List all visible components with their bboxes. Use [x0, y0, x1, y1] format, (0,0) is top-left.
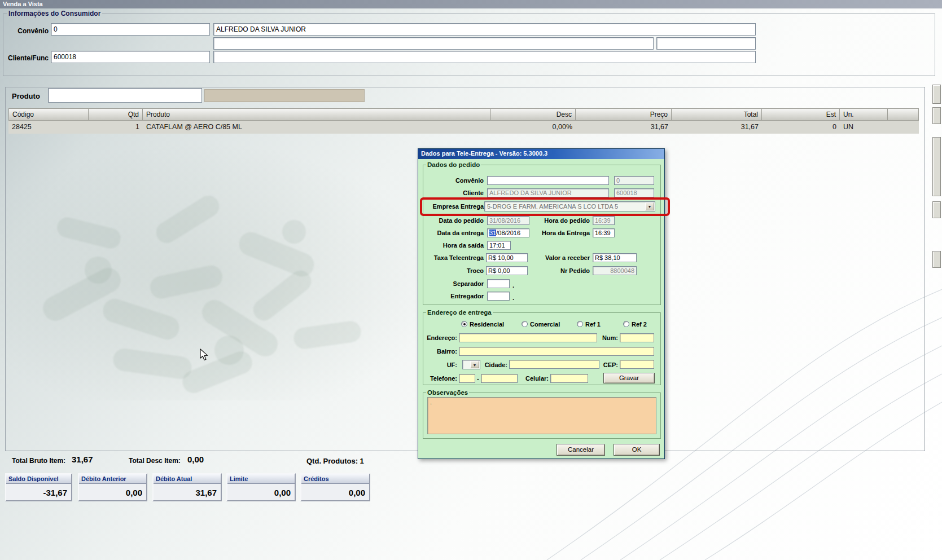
- dlg-data-entrega-input[interactable]: 31/08/2016: [487, 228, 529, 237]
- cell-produto: CATAFLAM @ AERO C/85 ML: [143, 121, 491, 134]
- num-input[interactable]: [620, 333, 654, 342]
- panel-debito-atual-value: 31,67: [154, 484, 221, 497]
- dlg-valor-input[interactable]: R$ 38,10: [593, 253, 637, 262]
- panel-creditos-value: 0,00: [301, 484, 369, 497]
- side-toolbar-button[interactable]: [932, 201, 941, 218]
- dlg-cliente-code: 600018: [614, 188, 654, 197]
- cancel-button[interactable]: Cancelar: [557, 444, 605, 456]
- dlg-data-pedido-label: Data do pedido: [422, 217, 484, 224]
- side-toolbar-button[interactable]: [932, 251, 941, 268]
- dlg-troco-input[interactable]: R$ 0,00: [486, 266, 528, 275]
- telefone-ddd-input[interactable]: [459, 374, 475, 383]
- dlg-data-entrega-label: Data da entrega: [422, 230, 484, 236]
- radio-ref2[interactable]: [623, 321, 629, 327]
- bairro-label: Bairro:: [422, 348, 457, 355]
- table-row[interactable]: 28425 1 CATAFLAM @ AERO C/85 ML 0,00% 31…: [8, 121, 919, 134]
- dlg-hora-entrega-label: Hora da Entrega: [534, 230, 590, 236]
- dlg-nr-pedido-input: 8800048: [593, 266, 637, 275]
- consumer-extra-field-2[interactable]: [656, 37, 756, 50]
- panel-debito-anterior-label: Débito Anterior: [79, 474, 146, 484]
- window-title: Venda a Vista: [3, 1, 43, 7]
- empresa-entrega-dropdown[interactable]: 5-DROG E FARM. AMERICANA S LCO LTDA 5 ▼: [484, 201, 655, 211]
- panel-limite: Limite 0,00: [226, 473, 296, 501]
- radio-residencial[interactable]: [461, 321, 467, 327]
- cell-desc: 0,00%: [491, 121, 576, 134]
- telefone-input[interactable]: [481, 374, 518, 383]
- side-toolbar-button[interactable]: [932, 85, 941, 104]
- uf-chevron-down-icon[interactable]: ▼: [470, 361, 479, 368]
- dlg-hora-entrega-input[interactable]: 16:39: [593, 228, 615, 237]
- side-toolbar-button[interactable]: [932, 107, 941, 124]
- panel-limite-value: 0,00: [227, 484, 295, 497]
- radio-ref2-label: Ref 2: [632, 321, 647, 328]
- convenio-label: Convênio: [5, 27, 49, 35]
- dlg-taxa-input[interactable]: R$ 10,00: [486, 253, 528, 262]
- dlg-cliente-name: ALFREDO DA SILVA JUNIOR: [487, 188, 609, 197]
- total-desc-value: 0,00: [187, 455, 204, 464]
- cell-est: 0: [762, 121, 840, 134]
- cidade-input[interactable]: [509, 360, 599, 369]
- tele-entrega-dialog: Dados para Tele-Entrega - Versão: 5.3000…: [418, 148, 665, 459]
- convenio-input[interactable]: 0: [51, 23, 210, 36]
- ok-button[interactable]: OK: [614, 444, 660, 456]
- dlg-valor-label: Valor a receber: [534, 254, 590, 261]
- customer-name-field[interactable]: ALFREDO DA SILVA JUNIOR: [213, 23, 756, 36]
- col-header-codigo: Código: [8, 108, 89, 121]
- dlg-separador-input[interactable]: [487, 279, 510, 288]
- dlg-separador-label: Separador: [422, 280, 484, 287]
- col-header-extra: [888, 108, 919, 121]
- cell-codigo: 28425: [8, 121, 89, 134]
- dlg-cliente-label: Cliente: [422, 189, 484, 196]
- total-bruto-value: 31,67: [72, 455, 93, 464]
- radio-comercial-label: Comercial: [530, 321, 560, 328]
- panel-creditos-label: Créditos: [301, 474, 369, 484]
- celular-input[interactable]: [550, 374, 588, 383]
- observations-textarea[interactable]: .: [427, 397, 656, 434]
- panel-creditos: Créditos 0,00: [300, 473, 370, 501]
- side-toolbar-button[interactable]: [932, 137, 941, 196]
- radio-residencial-label: Residencial: [470, 321, 504, 328]
- radio-comercial[interactable]: [522, 321, 528, 327]
- cliente-func-input[interactable]: 600018: [51, 51, 210, 63]
- dlg-convenio-label: Convênio: [422, 177, 484, 184]
- gravar-button[interactable]: Gravar: [603, 373, 655, 383]
- cell-preco: 31,67: [576, 121, 672, 134]
- date-selected-text: 31: [489, 230, 496, 236]
- dlg-convenio-input[interactable]: [487, 176, 609, 185]
- panel-limite-label: Limite: [227, 474, 295, 484]
- order-data-legend: Dados do pedido: [426, 161, 481, 168]
- product-search-input[interactable]: [48, 88, 202, 103]
- cell-total: 31,67: [672, 121, 762, 134]
- total-bruto-label: Total Bruto Item:: [12, 457, 65, 465]
- dlg-entregador-label: Entregador: [422, 293, 484, 299]
- entregador-dot: .: [512, 294, 514, 301]
- panel-debito-atual-label: Débito Atual: [154, 474, 221, 484]
- dlg-entregador-input[interactable]: [487, 292, 510, 301]
- panel-debito-atual: Débito Atual 31,67: [152, 473, 222, 501]
- cliente-func-name-field[interactable]: [213, 51, 756, 63]
- radio-ref1-label: Ref 1: [585, 321, 601, 328]
- cep-input[interactable]: [620, 360, 654, 369]
- window-titlebar: Venda a Vista: [0, 0, 942, 8]
- col-header-total: Total: [672, 108, 762, 121]
- panel-saldo-value: -31,67: [6, 484, 71, 497]
- dialog-titlebar[interactable]: Dados para Tele-Entrega - Versão: 5.3000…: [418, 149, 664, 159]
- dlg-hora-saida-input[interactable]: 17:01: [487, 241, 511, 250]
- radio-ref1[interactable]: [577, 321, 583, 327]
- endereco-label: Endereço:: [422, 334, 457, 341]
- cliente-func-label: Cliente/Func: [5, 54, 49, 62]
- product-label: Produto: [12, 92, 40, 100]
- dlg-taxa-label: Taxa Teleentrega: [422, 254, 484, 261]
- separador-dot: .: [512, 282, 514, 289]
- consumer-extra-field-1[interactable]: [213, 37, 654, 50]
- total-desc-label: Total Desc Item:: [129, 457, 181, 465]
- endereco-input[interactable]: [459, 333, 597, 342]
- cep-label: CEP:: [598, 361, 618, 368]
- chevron-down-icon[interactable]: ▼: [645, 202, 654, 210]
- dlg-troco-label: Troco: [422, 267, 484, 274]
- bairro-input[interactable]: [459, 347, 654, 356]
- dlg-hora-saida-label: Hora da saída: [422, 242, 484, 249]
- address-legend: Endereço de entrega: [426, 309, 493, 316]
- uf-dropdown[interactable]: ▼: [462, 360, 480, 369]
- dlg-empresa-label: Empresa Entrega: [422, 203, 484, 210]
